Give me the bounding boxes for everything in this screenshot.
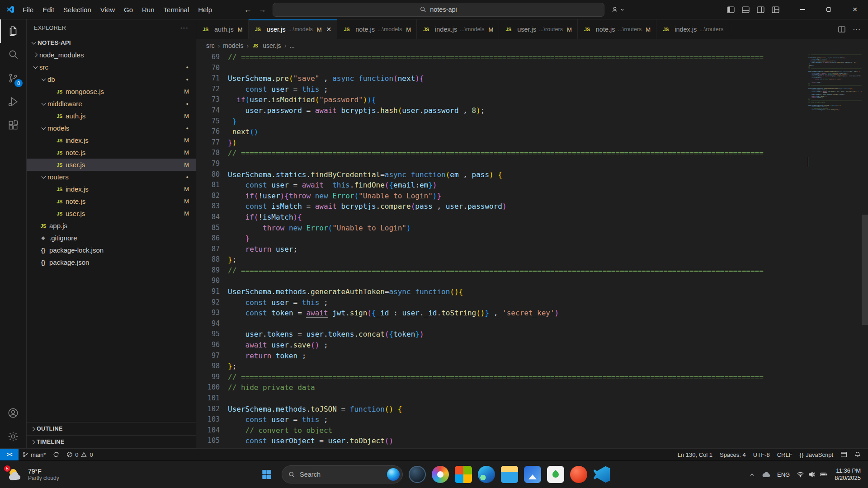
edge-icon[interactable] bbox=[478, 466, 495, 483]
eol-status[interactable]: CRLF bbox=[774, 449, 796, 460]
code-token bbox=[228, 127, 232, 136]
file-mongoose.js[interactable]: JSmongoose.jsM bbox=[27, 85, 196, 98]
close-tab-icon[interactable]: ✕ bbox=[326, 26, 332, 33]
copilot-button[interactable] bbox=[611, 5, 624, 14]
editor-scrollbar[interactable] bbox=[862, 52, 868, 448]
folder-models[interactable]: models● bbox=[27, 122, 196, 134]
drop-icon[interactable] bbox=[547, 466, 564, 483]
notifications-button[interactable] bbox=[851, 449, 864, 460]
breadcrumb-item[interactable]: user.js bbox=[263, 42, 281, 49]
split-editor-icon[interactable] bbox=[838, 26, 845, 33]
start-button[interactable] bbox=[258, 465, 276, 483]
store-icon[interactable] bbox=[455, 466, 472, 483]
language-indicator[interactable]: ENG bbox=[777, 471, 790, 478]
file-package.json[interactable]: {}package.json bbox=[27, 256, 196, 268]
file-explorer-icon[interactable] bbox=[501, 466, 518, 483]
close-button[interactable]: ✕ bbox=[842, 0, 868, 19]
breadcrumb-item[interactable]: src bbox=[206, 42, 215, 49]
vscode-icon[interactable] bbox=[593, 466, 610, 483]
taskbar-search[interactable]: Search bbox=[282, 465, 403, 483]
explorer-more-actions-icon[interactable]: ··· bbox=[180, 24, 189, 32]
timeline-section[interactable]: TIMELINE bbox=[27, 435, 196, 448]
onedrive-cloud-icon[interactable] bbox=[762, 471, 770, 478]
code-token: ; bbox=[232, 255, 237, 264]
source-control-icon[interactable]: 8 bbox=[0, 66, 26, 90]
search-view-icon[interactable] bbox=[0, 43, 26, 66]
weather-widget[interactable]: 5 79°F Partly cloudy bbox=[0, 467, 104, 482]
search-highlight-icon[interactable] bbox=[387, 468, 400, 481]
sync-button[interactable] bbox=[49, 449, 63, 460]
remote-indicator[interactable]: >< bbox=[0, 449, 19, 460]
language-status[interactable]: {} JavaScript bbox=[796, 449, 837, 460]
toggle-panel-icon[interactable] bbox=[742, 6, 750, 13]
file-note.js[interactable]: JSnote.jsM bbox=[27, 195, 196, 207]
file-app.js[interactable]: JSapp.js bbox=[27, 220, 196, 232]
customize-layout-icon[interactable] bbox=[772, 6, 779, 13]
file-note.js[interactable]: JSnote.jsM bbox=[27, 146, 196, 159]
folder-db[interactable]: db● bbox=[27, 73, 196, 85]
tab-auth.js[interactable]: JSauth.jsM bbox=[196, 19, 249, 39]
code-token: user bbox=[245, 330, 263, 338]
problems-status[interactable]: 0 0 bbox=[63, 449, 96, 460]
run-debug-icon[interactable] bbox=[0, 90, 26, 113]
photos-icon[interactable] bbox=[432, 466, 449, 483]
code-area[interactable]: 69// ===================================… bbox=[196, 52, 868, 448]
menu-edit[interactable]: Edit bbox=[38, 4, 59, 16]
menu-go[interactable]: Go bbox=[119, 4, 137, 16]
tray-status-icons[interactable] bbox=[797, 471, 828, 478]
scrollbar-thumb[interactable] bbox=[862, 215, 868, 325]
back-arrow-icon[interactable]: ← bbox=[244, 5, 252, 14]
file-user.js[interactable]: JSuser.jsM bbox=[27, 159, 196, 171]
breadcrumb-item[interactable]: ... bbox=[289, 42, 295, 49]
tab-note.js[interactable]: JSnote.js...\routersM bbox=[578, 19, 656, 39]
browser-preview-button[interactable] bbox=[837, 449, 851, 460]
toggle-sidebar-icon[interactable] bbox=[727, 6, 735, 13]
cursor-position[interactable]: Ln 130, Col 1 bbox=[674, 449, 716, 460]
photos-blue-icon[interactable] bbox=[524, 466, 541, 483]
settings-gear-icon[interactable] bbox=[0, 425, 26, 448]
folder-node_modules[interactable]: node_modules bbox=[27, 49, 196, 61]
forward-arrow-icon[interactable]: → bbox=[258, 5, 266, 14]
clock[interactable]: 11:36 PM 8/20/2025 bbox=[835, 467, 861, 482]
tab-user.js[interactable]: JSuser.js...\routersM bbox=[499, 19, 578, 39]
file-index.js[interactable]: JSindex.jsM bbox=[27, 183, 196, 195]
menu-terminal[interactable]: Terminal bbox=[159, 4, 194, 16]
tray-chevron-icon[interactable] bbox=[749, 472, 755, 478]
tab-index.js[interactable]: JSindex.js...\modelsM bbox=[417, 19, 499, 39]
outline-section[interactable]: OUTLINE bbox=[27, 422, 196, 435]
minimize-button[interactable] bbox=[789, 0, 816, 19]
menu-run[interactable]: Run bbox=[137, 4, 159, 16]
menu-file[interactable]: File bbox=[18, 4, 38, 16]
explorer-icon[interactable] bbox=[0, 19, 26, 43]
file-auth.js[interactable]: JSauth.jsM bbox=[27, 110, 196, 122]
maximize-button[interactable] bbox=[816, 0, 842, 19]
extensions-icon[interactable] bbox=[0, 113, 26, 137]
breadcrumb-item[interactable]: models bbox=[223, 42, 243, 49]
code-token: async bbox=[332, 74, 354, 83]
project-header[interactable]: NOTES-API bbox=[27, 37, 196, 49]
editor[interactable]: 69// ===================================… bbox=[196, 52, 868, 448]
encoding-status[interactable]: UTF-8 bbox=[750, 449, 774, 460]
menu-view[interactable]: View bbox=[96, 4, 119, 16]
more-actions-icon[interactable]: ⋯ bbox=[853, 25, 861, 34]
tab-note.js[interactable]: JSnote.js...\modelsM bbox=[337, 19, 417, 39]
file-package-lock.json[interactable]: {}package-lock.json bbox=[27, 244, 196, 256]
folder-src[interactable]: src● bbox=[27, 61, 196, 73]
minimap[interactable]: // =====================================… bbox=[808, 52, 862, 448]
file-index.js[interactable]: JSindex.jsM bbox=[27, 134, 196, 146]
command-center-search[interactable]: notes-api bbox=[273, 3, 604, 17]
folder-routers[interactable]: routers● bbox=[27, 171, 196, 183]
copilot-icon[interactable] bbox=[409, 466, 426, 483]
menu-selection[interactable]: Selection bbox=[59, 4, 96, 16]
file-user.js[interactable]: JSuser.jsM bbox=[27, 207, 196, 220]
toggle-secondary-sidebar-icon[interactable] bbox=[757, 6, 764, 13]
file-.gitignore[interactable]: ◆.gitignore bbox=[27, 232, 196, 244]
folder-middleware[interactable]: middleware● bbox=[27, 98, 196, 110]
opera-gx-icon[interactable] bbox=[570, 466, 587, 483]
indentation-status[interactable]: Spaces: 4 bbox=[716, 449, 750, 460]
tab-user.js[interactable]: JSuser.js...\modelsM✕ bbox=[249, 19, 338, 39]
tab-index.js[interactable]: JSindex.js...\routers bbox=[656, 19, 729, 39]
menu-help[interactable]: Help bbox=[193, 4, 217, 16]
accounts-icon[interactable] bbox=[0, 401, 26, 425]
branch-status[interactable]: main* bbox=[19, 449, 49, 460]
